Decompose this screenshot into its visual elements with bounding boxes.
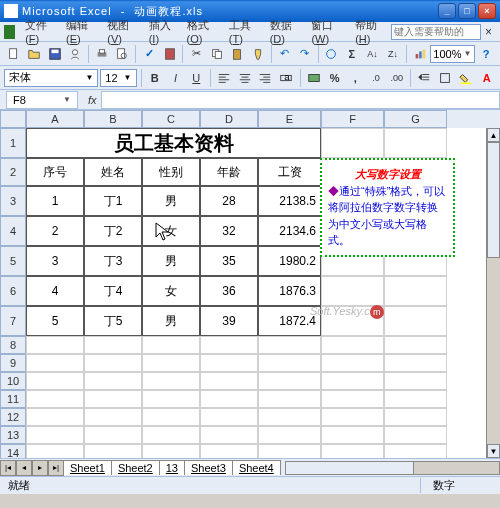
row-header-6[interactable]: 6 [0,276,26,306]
redo-icon[interactable]: ↷ [295,44,315,64]
table-header[interactable]: 性别 [142,158,200,186]
table-cell[interactable]: 36 [200,276,258,306]
bold-icon[interactable]: B [145,68,164,88]
row-header-4[interactable]: 4 [0,216,26,246]
cell[interactable] [84,336,142,354]
cell[interactable] [200,426,258,444]
menu-help[interactable]: 帮助(H) [349,16,391,47]
table-cell[interactable]: 3 [26,246,84,276]
cell[interactable] [384,444,447,458]
comma-icon[interactable]: , [346,68,365,88]
paste-icon[interactable] [227,44,247,64]
cell[interactable] [321,354,384,372]
cell[interactable] [200,390,258,408]
underline-icon[interactable]: U [187,68,206,88]
table-header[interactable]: 工资 [258,158,321,186]
table-cell[interactable]: 男 [142,246,200,276]
italic-icon[interactable]: I [166,68,185,88]
sheet-tab[interactable]: Sheet1 [63,460,112,475]
table-cell[interactable]: 女 [142,216,200,246]
cell[interactable] [258,426,321,444]
currency-icon[interactable] [304,68,323,88]
cell[interactable] [142,390,200,408]
cell[interactable] [321,336,384,354]
vertical-scrollbar[interactable]: ▲ ▼ [486,128,500,458]
table-cell[interactable]: 1980.2 [258,246,321,276]
decrease-indent-icon[interactable] [415,68,434,88]
table-header[interactable]: 姓名 [84,158,142,186]
table-title[interactable]: 员工基本资料 [26,128,321,158]
table-cell[interactable]: 丁2 [84,216,142,246]
format-painter-icon[interactable] [248,44,268,64]
tab-last-icon[interactable]: ▸| [48,460,64,476]
table-cell[interactable]: 丁5 [84,306,142,336]
tab-prev-icon[interactable]: ◂ [16,460,32,476]
sheet-tab[interactable]: Sheet2 [111,460,160,475]
minimize-button[interactable]: _ [438,3,456,19]
column-header-F[interactable]: F [321,110,384,128]
menu-view[interactable]: 视图(V) [101,16,142,47]
percent-icon[interactable]: % [325,68,344,88]
sort-desc-icon[interactable]: Z↓ [383,44,403,64]
row-header-14[interactable]: 14 [0,444,26,458]
cell[interactable] [200,444,258,458]
cell[interactable] [26,426,84,444]
cell[interactable] [258,372,321,390]
undo-icon[interactable]: ↶ [275,44,295,64]
column-header-B[interactable]: B [84,110,142,128]
cell[interactable] [258,336,321,354]
cell[interactable] [321,408,384,426]
align-right-icon[interactable] [256,68,275,88]
select-all-corner[interactable] [0,110,26,128]
cell[interactable] [258,354,321,372]
table-cell[interactable]: 4 [26,276,84,306]
cell[interactable] [321,128,384,158]
cell[interactable] [84,372,142,390]
sheet-tab[interactable]: 13 [159,460,185,475]
help-icon[interactable]: ? [476,44,496,64]
cell[interactable] [384,276,447,306]
table-cell[interactable]: 39 [200,306,258,336]
menu-tools[interactable]: 工具(T) [223,16,264,47]
table-cell[interactable]: 28 [200,186,258,216]
size-combo[interactable]: 12▼ [100,69,136,87]
cell[interactable] [384,408,447,426]
increase-decimal-icon[interactable]: .0 [367,68,386,88]
table-cell[interactable]: 女 [142,276,200,306]
help-search-input[interactable] [391,24,481,40]
table-cell[interactable]: 男 [142,306,200,336]
fx-icon[interactable]: fx [88,94,97,106]
cell[interactable] [142,408,200,426]
table-cell[interactable]: 35 [200,246,258,276]
formula-input[interactable] [101,91,500,109]
table-cell[interactable]: 2138.5 [258,186,321,216]
table-cell[interactable]: 1 [26,186,84,216]
cell[interactable] [84,408,142,426]
cell[interactable] [26,408,84,426]
doc-close-button[interactable]: × [481,25,496,39]
table-header[interactable]: 年龄 [200,158,258,186]
open-icon[interactable] [25,44,45,64]
cell[interactable] [321,426,384,444]
maximize-button[interactable]: □ [458,3,476,19]
cell[interactable] [26,444,84,458]
row-header-10[interactable]: 10 [0,372,26,390]
cell[interactable] [200,408,258,426]
close-button[interactable]: × [478,3,496,19]
research-icon[interactable] [160,44,180,64]
fill-color-icon[interactable] [457,68,476,88]
menu-insert[interactable]: 插入(I) [143,16,181,47]
save-icon[interactable] [45,44,65,64]
scroll-down-icon[interactable]: ▼ [487,444,500,458]
cell[interactable] [200,372,258,390]
align-left-icon[interactable] [215,68,234,88]
row-header-3[interactable]: 3 [0,186,26,216]
new-icon[interactable] [4,44,24,64]
row-header-8[interactable]: 8 [0,336,26,354]
chart-icon[interactable] [410,44,430,64]
cell[interactable] [384,426,447,444]
cell[interactable] [258,408,321,426]
cell[interactable] [321,444,384,458]
cell[interactable] [321,372,384,390]
cell[interactable] [384,390,447,408]
